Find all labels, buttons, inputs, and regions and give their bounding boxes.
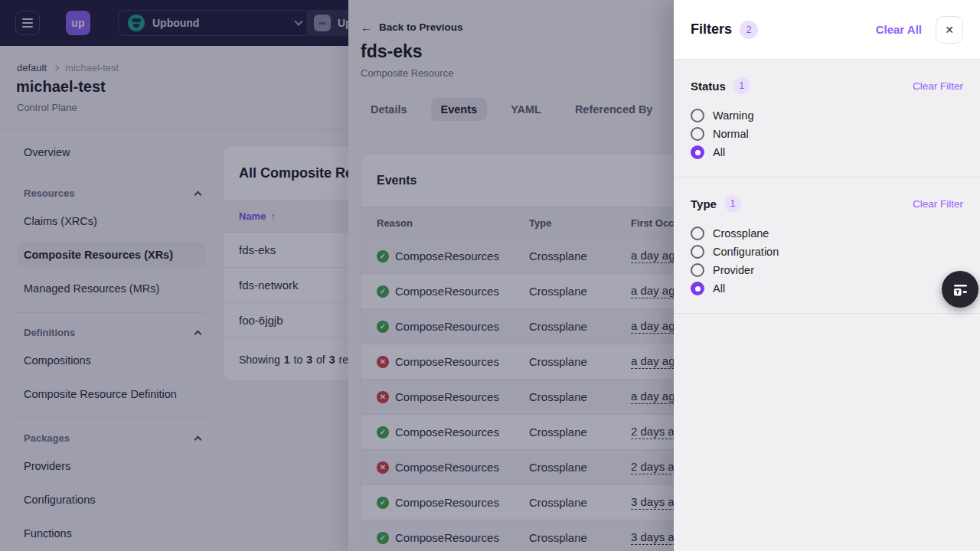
filters-drawer: Filters 2 Clear All ✕ Status 1 Clear Fil… [674, 0, 980, 551]
filter-toggle-button[interactable] [942, 271, 978, 308]
radio-icon[interactable] [691, 145, 704, 159]
radio-icon[interactable] [691, 227, 704, 240]
radio-label: Crossplane [713, 227, 769, 240]
radio-option-normal[interactable]: Normal [691, 125, 963, 143]
radio-option-all-status[interactable]: All [691, 143, 963, 161]
filters-header: Filters 2 Clear All ✕ [674, 0, 980, 60]
radio-label: Provider [713, 264, 754, 276]
radio-label: All [713, 282, 725, 295]
radio-option-crossplane[interactable]: Crossplane [691, 224, 963, 243]
radio-label: Warning [713, 109, 753, 122]
radio-icon[interactable] [691, 127, 704, 141]
radio-label: Configuration [713, 246, 779, 258]
filter-list-icon [950, 279, 970, 299]
radio-label: All [713, 146, 725, 158]
section-count-badge: 1 [733, 77, 750, 94]
radio-icon[interactable] [691, 282, 704, 295]
radio-icon[interactable] [691, 109, 704, 122]
radio-icon[interactable] [691, 245, 704, 259]
clear-all-button[interactable]: Clear All [876, 23, 922, 36]
filters-count-badge: 2 [740, 21, 758, 39]
radio-option-configuration[interactable]: Configuration [691, 243, 963, 261]
filters-title: Filters [691, 21, 732, 37]
section-title: Type [691, 197, 717, 210]
radio-label: Normal [713, 128, 749, 140]
filter-section-status: Status 1 Clear Filter Warning Normal All [674, 60, 980, 177]
clear-filter-button[interactable]: Clear Filter [913, 198, 963, 210]
radio-option-warning[interactable]: Warning [691, 106, 963, 125]
clear-filter-button[interactable]: Clear Filter [913, 80, 963, 92]
radio-option-all-type[interactable]: All [691, 279, 963, 298]
section-count-badge: 1 [724, 195, 741, 212]
close-icon[interactable]: ✕ [936, 16, 963, 44]
section-title: Status [691, 80, 726, 93]
radio-icon[interactable] [691, 263, 704, 277]
radio-option-provider[interactable]: Provider [691, 261, 963, 279]
filter-section-type: Type 1 Clear Filter Crossplane Configura… [674, 177, 980, 314]
